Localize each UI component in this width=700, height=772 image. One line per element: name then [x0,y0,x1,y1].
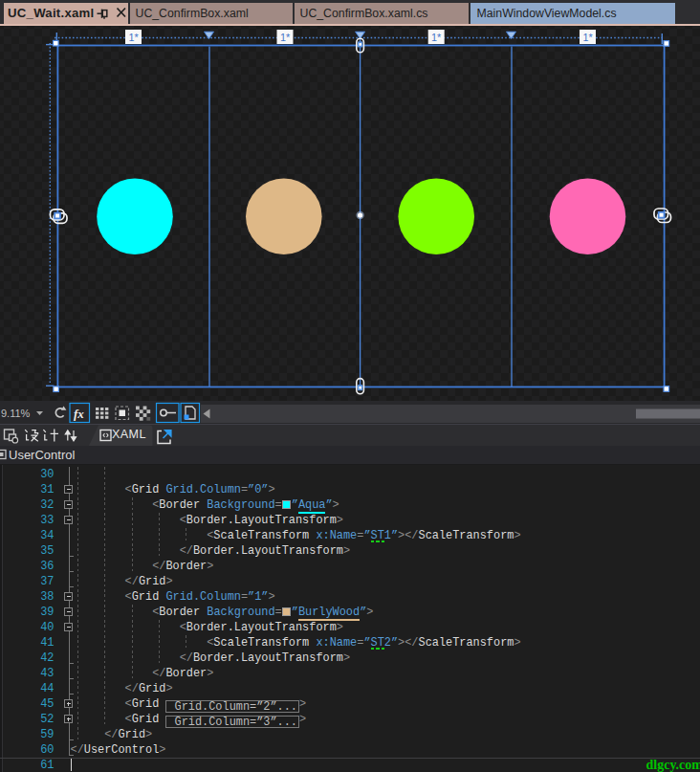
svg-text:1*: 1* [280,32,291,43]
svg-text:1*: 1* [582,32,593,43]
svg-text:9.11%: 9.11% [1,408,31,419]
svg-text:1*: 1* [431,32,442,43]
svg-text:1*: 1* [128,32,139,43]
svg-text:fx: fx [74,407,84,421]
